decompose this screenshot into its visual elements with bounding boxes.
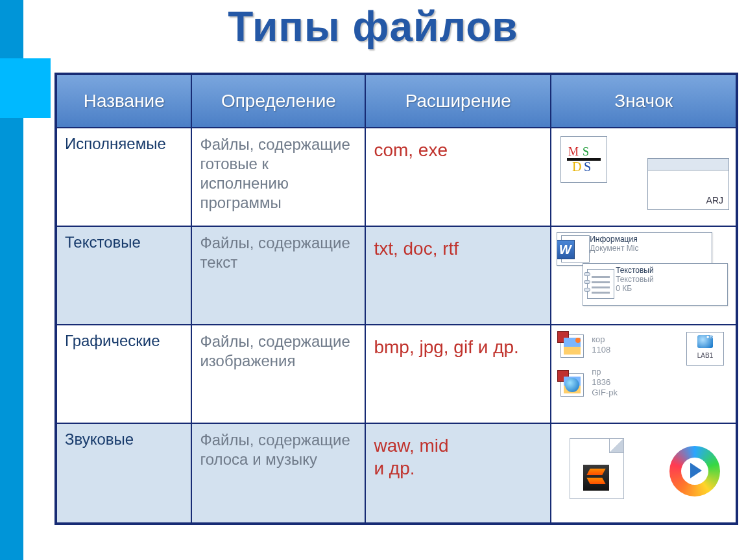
- gif-label-1836: 1836: [592, 377, 610, 387]
- arj-window-icon: ARJ: [647, 158, 729, 210]
- word-subtitle: Документ Mic: [590, 244, 708, 253]
- name-executables: Исполняемые: [65, 135, 183, 153]
- ext-executables: com, exe: [374, 135, 542, 161]
- bmp-icon: ●BMP LAB1: [686, 332, 724, 366]
- arj-label: ARJ: [706, 195, 723, 205]
- winamp-file-icon: [570, 438, 624, 499]
- word-doc-caption: Информация Документ Mic: [557, 232, 712, 266]
- row-audio: Звуковые Файлы, содержащие голоса и музы…: [57, 424, 736, 522]
- msdos-icon: M S D S: [560, 136, 607, 183]
- icons-text: Информация Документ Mic Текстовый Тексто…: [551, 227, 736, 325]
- gif-label-pr: пp: [592, 367, 601, 377]
- header-icon: Значок: [551, 75, 736, 128]
- row-graphics: Графические Файлы, содержащие изображени…: [57, 325, 736, 424]
- bmp-lab1: LAB1: [697, 352, 713, 359]
- ext-text: txt, doc, rtf: [374, 233, 542, 260]
- def-text: Файлы, содержащие текст: [200, 233, 357, 272]
- def-audio: Файлы, содержащие голоса и музыку: [200, 430, 357, 469]
- gif-label-pk: GIF-pk: [592, 388, 618, 397]
- header-name: Название: [57, 75, 192, 128]
- media-player-icon: [669, 446, 720, 496]
- notepad-icon: [587, 269, 614, 299]
- word-title: Информация: [590, 235, 708, 244]
- row-text: Текстовые Файлы, содержащие текст txt, d…: [57, 227, 736, 325]
- txt-sub2: 0 КБ: [616, 284, 723, 293]
- name-text: Текстовые: [65, 233, 183, 251]
- icons-executables: M S D S ARJ: [551, 128, 736, 227]
- svg-text:D: D: [572, 159, 581, 174]
- jpg-label-kop: коp: [592, 334, 605, 344]
- name-graphics: Графические: [65, 332, 183, 350]
- slide-accent-block: [0, 58, 51, 118]
- ext-audio: waw, mid и др.: [374, 430, 542, 480]
- row-executables: Исполняемые Файлы, содержащие готовые к …: [57, 128, 736, 227]
- icons-audio: [551, 424, 736, 522]
- svg-text:M: M: [568, 145, 579, 158]
- name-audio: Звуковые: [65, 430, 183, 449]
- jpg-icon: [560, 334, 584, 358]
- file-types-table: Название Определение Расширение Значок И…: [54, 73, 738, 525]
- table-header-row: Название Определение Расширение Значок: [57, 75, 736, 128]
- gif-icon: [560, 373, 584, 397]
- def-executables: Файлы, содержащие готовые к исполнению п…: [200, 135, 357, 213]
- ext-graphics: bmp, jpg, gif и др.: [374, 332, 542, 358]
- slide-title: Типы файлов: [0, 3, 746, 51]
- header-extension: Расширение: [366, 75, 551, 128]
- header-definition: Определение: [192, 75, 366, 128]
- bmp-tag: ●BMP: [706, 334, 721, 340]
- jpg-label-1108: 1108: [592, 345, 610, 355]
- def-graphics: Файлы, содержащие изображения: [200, 332, 357, 371]
- txt-doc-caption: Текстовый Текстовый 0 КБ: [583, 263, 728, 306]
- svg-text:S: S: [583, 145, 589, 158]
- svg-rect-4: [567, 158, 601, 161]
- word-icon: [561, 235, 590, 262]
- txt-sub1: Текстовый: [616, 275, 723, 284]
- txt-title: Текстовый: [616, 266, 723, 275]
- svg-text:S: S: [584, 159, 591, 174]
- icons-graphics: коp 1108 1836 GIF-pk пp ●BMP LAB1: [551, 325, 736, 424]
